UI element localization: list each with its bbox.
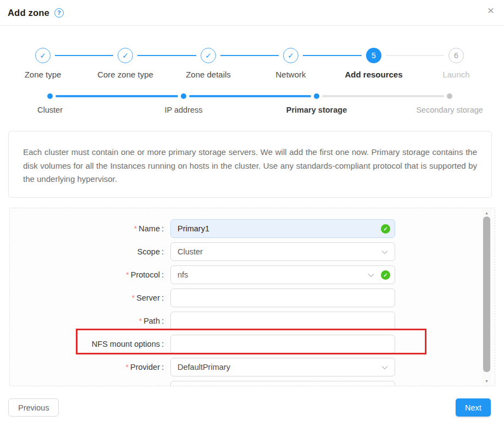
info-card: Each cluster must contain one or more pr… [8, 131, 492, 198]
form-row-protocol: *Protocol:nfs✓ [10, 263, 495, 286]
step-number: 6 [454, 51, 458, 60]
step-connector [137, 55, 196, 56]
label-colon: : [162, 247, 164, 256]
nfs-mount-options-input[interactable] [170, 335, 395, 353]
label-colon: : [162, 386, 164, 386]
field-label-text: NFS mount options [92, 340, 160, 348]
required-marker: * [132, 293, 135, 302]
field-value: nfs [178, 270, 188, 279]
step-label-core-zone-type: Core zone type [81, 70, 169, 79]
step-label-zone-type: Zone type [0, 70, 87, 79]
vertical-scrollbar[interactable]: ▲ ▼ [482, 209, 491, 385]
substep-dot-ip-address [181, 93, 186, 99]
field-label-nfs-mount-options: NFS mount options: [10, 340, 164, 348]
next-button[interactable]: Next [456, 398, 491, 417]
form-row-provider: *Provider:DefaultPrimary [10, 356, 495, 379]
step-label-network: Network [247, 70, 335, 79]
step-label-launch: Launch [412, 70, 500, 79]
substep-connector [56, 95, 178, 97]
field-value: DefaultPrimary [178, 363, 230, 371]
step-label-zone-details: Zone details [164, 70, 252, 79]
form-row-server: *Server: [10, 286, 495, 309]
substep-label-secondary-storage: Secondary storage [400, 106, 499, 114]
label-colon: : [162, 340, 164, 348]
required-marker: * [126, 270, 129, 279]
dialog-header: Add zone ? × [0, 0, 504, 26]
form-row-scope: Scope:Cluster [10, 240, 495, 263]
close-icon[interactable]: × [488, 4, 494, 16]
field-label-text: Name [139, 224, 160, 233]
field-label-text: Server [136, 293, 160, 302]
substep-dot-primary-storage [314, 93, 319, 99]
step-circle-core-zone-type[interactable]: ✓ [118, 48, 133, 63]
form-row-storage-tags: Storage tags: [10, 379, 495, 386]
field-label-path: *Path: [10, 317, 164, 325]
step-circle-network[interactable]: ✓ [283, 48, 298, 63]
required-marker: * [126, 363, 129, 371]
required-marker: * [134, 224, 137, 233]
substep-dot-cluster [47, 93, 53, 99]
chevron-down-icon [381, 248, 389, 256]
step-connector [303, 55, 362, 56]
step-circle-launch[interactable]: 6 [448, 48, 464, 63]
step-connector [220, 55, 279, 56]
substep-label-primary-storage: Primary storage [267, 106, 366, 114]
label-colon: : [162, 317, 164, 325]
scrollbar-thumb[interactable] [483, 217, 490, 372]
label-colon: : [162, 293, 164, 302]
info-text: Each cluster must contain one or more pr… [23, 146, 477, 186]
server-input[interactable] [170, 289, 395, 307]
check-icon: ✓ [122, 51, 129, 60]
substep-connector [322, 95, 444, 97]
label-colon: : [162, 363, 164, 371]
field-value: Cluster [178, 247, 203, 256]
storage-form-panel: *Name:Primary1✓Scope:Cluster*Protocol:nf… [9, 208, 495, 386]
scrollbar-up-icon[interactable]: ▲ [482, 209, 491, 217]
provider-select[interactable]: DefaultPrimary [170, 358, 395, 376]
field-label-text: Protocol [131, 270, 160, 279]
step-circle-zone-details[interactable]: ✓ [201, 48, 216, 63]
substep-label-ip-address: IP address [134, 106, 233, 114]
field-label-text: Path [143, 317, 160, 325]
path-input[interactable] [170, 312, 395, 330]
check-icon: ✓ [287, 51, 294, 60]
step-connector [55, 55, 113, 56]
label-colon: : [162, 224, 164, 233]
add-zone-dialog: Add zone ? × ✓Zone type✓Core zone type✓Z… [0, 0, 504, 427]
protocol-select[interactable]: nfs✓ [170, 265, 395, 284]
step-circle-zone-type[interactable]: ✓ [35, 48, 51, 63]
field-label-scope: Scope: [10, 247, 164, 256]
field-label-server: *Server: [10, 293, 164, 302]
storage-tags-input[interactable] [170, 381, 395, 386]
field-label-storage-tags: Storage tags: [10, 386, 164, 386]
step-label-add-resources: Add resources [330, 70, 418, 79]
form-row-name: *Name:Primary1✓ [10, 217, 495, 240]
previous-button[interactable]: Previous [8, 398, 59, 417]
check-icon: ✓ [40, 51, 46, 60]
field-label-protocol: *Protocol: [10, 270, 164, 279]
form-row-path: *Path: [10, 309, 495, 332]
scope-select[interactable]: Cluster [170, 242, 395, 261]
check-icon: ✓ [205, 51, 212, 60]
chevron-down-icon [381, 364, 389, 371]
field-value: Primary1 [178, 224, 209, 233]
substep-label-cluster: Cluster [1, 106, 99, 114]
field-label-text: Provider [130, 363, 160, 371]
step-circle-add-resources[interactable]: 5 [366, 48, 381, 63]
form-rows: *Name:Primary1✓Scope:Cluster*Protocol:nf… [10, 217, 495, 386]
label-colon: : [162, 270, 164, 279]
field-label-text: Scope [137, 247, 160, 256]
name-input[interactable]: Primary1✓ [170, 219, 395, 238]
help-icon[interactable]: ? [54, 8, 64, 18]
substep-dot-secondary-storage [447, 93, 452, 99]
required-marker: * [139, 317, 142, 325]
valid-check-icon: ✓ [381, 270, 390, 280]
scrollbar-down-icon[interactable]: ▼ [482, 377, 491, 385]
dialog-title: Add zone [8, 8, 49, 18]
form-row-nfs-mount-options: NFS mount options: [10, 332, 495, 356]
field-label-name: *Name: [10, 224, 164, 233]
substep-connector [189, 95, 311, 97]
chevron-down-icon [367, 271, 375, 279]
field-label-text: Storage tags [115, 386, 160, 386]
field-label-provider: *Provider: [10, 363, 164, 371]
